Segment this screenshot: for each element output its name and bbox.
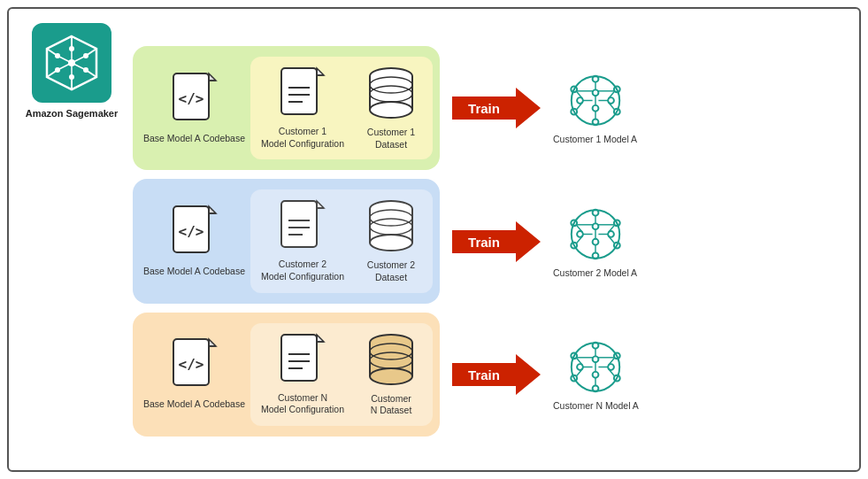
inner-box-row1: Customer 1Model Configuration <box>250 57 433 159</box>
arrow-row2: Train <box>452 218 541 266</box>
codebase-item-row1: </> Base Model A Codebase <box>143 72 245 145</box>
group-box-row1: </> Base Model A Codebase <box>133 46 440 170</box>
svg-text:</>: </> <box>178 90 204 107</box>
arrow-row1: Train <box>452 84 541 132</box>
brain-icon-row2 <box>565 205 626 263</box>
svg-rect-111 <box>281 335 317 381</box>
svg-point-94 <box>592 238 598 244</box>
outer-border: Amazon Sagemaker </> Base Model A Codeba… <box>7 7 861 472</box>
logo-area: Amazon Sagemaker <box>23 23 120 119</box>
svg-point-122 <box>370 368 412 384</box>
code-doc-icon-row3: </> <box>172 337 218 394</box>
svg-marker-69 <box>317 201 324 208</box>
svg-text:Train: Train <box>468 235 500 250</box>
row-1: </> Base Model A Codebase <box>133 46 847 170</box>
svg-marker-26 <box>317 68 324 75</box>
config-label-row3: Customer NModel Configuration <box>261 392 344 416</box>
brain-icon-row3 <box>565 338 626 396</box>
svg-text:Train: Train <box>468 367 500 382</box>
dataset-item-row3: CustomerN Dataset <box>360 332 422 417</box>
svg-marker-112 <box>317 335 324 342</box>
svg-point-136 <box>593 356 599 362</box>
svg-point-19 <box>68 59 75 66</box>
config-item-row1: Customer 1Model Configuration <box>261 66 344 150</box>
train-arrow-row1: Train <box>452 84 541 132</box>
config-item-row2: Customer 2Model Configuration <box>261 199 344 282</box>
codebase-item-row2: </> Base Model A Codebase <box>143 205 245 278</box>
dataset-item-row1: Customer 1Dataset <box>360 66 422 151</box>
svg-marker-21 <box>209 73 216 81</box>
svg-point-79 <box>370 235 412 251</box>
row-3: </> Base Model A Codebase <box>133 313 847 437</box>
sagemaker-logo <box>32 23 111 103</box>
svg-point-51 <box>592 105 598 112</box>
group-box-row3: </> Base Model A Codebase <box>133 313 440 437</box>
codebase-label-row3: Base Model A Codebase <box>143 398 245 411</box>
svg-marker-107 <box>209 339 216 346</box>
config-doc-icon-row1 <box>280 66 326 121</box>
dataset-label-row1: Customer 1Dataset <box>367 127 415 151</box>
svg-rect-68 <box>281 201 317 247</box>
brain-icon-row1 <box>565 72 626 129</box>
code-doc-icon-row2: </> <box>172 205 218 261</box>
codebase-label-row2: Base Model A Codebase <box>143 266 245 278</box>
config-doc-icon-row3 <box>280 333 326 388</box>
group-box-row2: </> Base Model A Codebase <box>133 179 440 303</box>
svg-point-36 <box>370 102 412 118</box>
rows-area: </> Base Model A Codebase <box>133 25 847 458</box>
model-label-row2: Customer 2 Model A <box>553 267 637 278</box>
dataset-icon-row2 <box>365 198 417 255</box>
model-item-row1: Customer 1 Model A <box>553 72 637 144</box>
code-doc-icon-row1: </> <box>172 72 218 128</box>
svg-text:Train: Train <box>468 101 500 116</box>
sagemaker-logo-icon <box>42 33 102 93</box>
inner-box-row3: Customer NModel Configuration Custo <box>250 323 433 426</box>
codebase-label-row1: Base Model A Codebase <box>143 133 245 145</box>
dataset-icon-row1 <box>365 66 417 122</box>
config-label-row1: Customer 1Model Configuration <box>261 126 344 150</box>
svg-marker-64 <box>209 206 216 213</box>
app-title: Amazon Sagemaker <box>23 108 120 119</box>
config-label-row2: Customer 2Model Configuration <box>261 259 344 282</box>
dataset-item-row2: Customer 2Dataset <box>360 198 422 283</box>
model-label-row3: Customer N Model A <box>553 400 639 411</box>
dataset-icon-row3 <box>365 332 417 389</box>
svg-text:</>: </> <box>178 223 204 240</box>
train-arrow-row2: Train <box>452 218 541 266</box>
arrow-row3: Train <box>452 351 541 398</box>
model-item-row2: Customer 2 Model A <box>553 205 637 278</box>
model-label-row1: Customer 1 Model A <box>553 134 637 144</box>
train-arrow-row3: Train <box>452 351 541 398</box>
model-item-row3: Customer N Model A <box>553 338 639 411</box>
svg-rect-25 <box>281 68 317 114</box>
svg-text:</>: </> <box>178 356 204 373</box>
inner-box-row2: Customer 2Model Configuration Custo <box>250 189 433 292</box>
svg-point-137 <box>593 372 599 378</box>
config-doc-icon-row2 <box>280 199 326 254</box>
codebase-item-row3: </> Base Model A Codebase <box>143 337 245 411</box>
dataset-label-row3: CustomerN Dataset <box>371 393 412 417</box>
config-item-row3: Customer NModel Configuration <box>261 333 344 416</box>
svg-point-50 <box>592 90 598 97</box>
dataset-label-row2: Customer 2Dataset <box>367 259 415 283</box>
row-2: </> Base Model A Codebase <box>133 179 847 303</box>
svg-point-93 <box>592 223 598 229</box>
